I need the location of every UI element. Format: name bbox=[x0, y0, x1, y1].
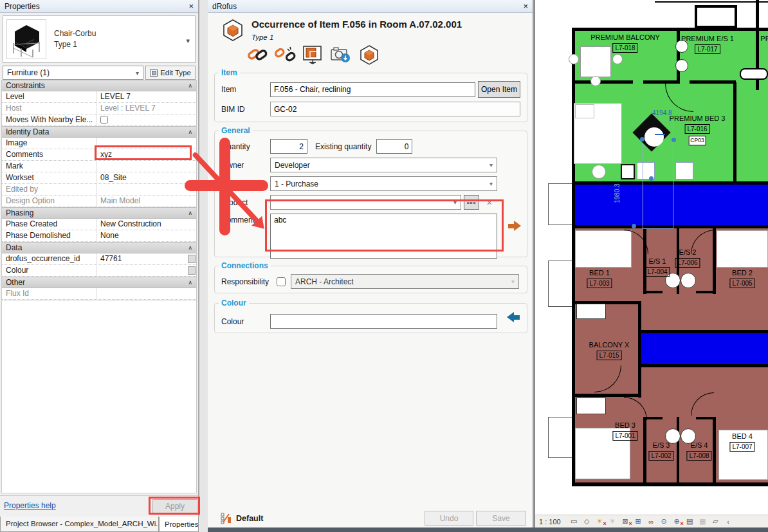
comment-textarea[interactable]: abc bbox=[270, 214, 497, 259]
chevron-left-icon[interactable]: ‹ bbox=[724, 518, 733, 526]
comment-label: Comment bbox=[221, 216, 270, 225]
link-icon[interactable] bbox=[246, 45, 268, 64]
row-design-option: Design Option Main Model bbox=[2, 196, 196, 207]
edit-type-icon bbox=[150, 69, 158, 77]
row-phase-demolished: Phase Demolished None bbox=[2, 230, 196, 242]
selection-handle[interactable] bbox=[632, 224, 636, 228]
scale-control[interactable]: 1 : 100 bbox=[539, 518, 561, 526]
product-browse-button[interactable]: ▫▫▫ bbox=[464, 195, 479, 210]
show-crop-region-icon[interactable]: ⊞ bbox=[634, 517, 643, 526]
room-label: BED 2L7-005 bbox=[729, 269, 754, 288]
tab-properties[interactable]: Properties bbox=[159, 517, 199, 532]
floor-plan-view[interactable]: 4194.8 1980.3 PREMIUM BALCONYL7-018 PREM… bbox=[534, 0, 768, 515]
undo-button[interactable]: Undo bbox=[425, 511, 473, 526]
selection-handle[interactable] bbox=[640, 137, 645, 142]
type-selector[interactable]: Chair-Corbu Type 1 ▾ bbox=[3, 15, 196, 63]
external-balcony bbox=[548, 261, 572, 307]
section-other[interactable]: Other∧ bbox=[2, 277, 196, 288]
moves-with-nearby-checkbox[interactable] bbox=[100, 116, 108, 124]
item-section: Item Item Open Item BIM ID bbox=[214, 68, 527, 122]
section-identity-data[interactable]: Identity Data∧ bbox=[2, 126, 196, 138]
collapse-icon: ∧ bbox=[188, 244, 192, 251]
analytical-model-icon[interactable]: ▦ bbox=[698, 517, 708, 526]
bim-id-input[interactable] bbox=[270, 102, 520, 116]
close-icon[interactable]: × bbox=[523, 1, 528, 11]
room-label: PREMIUM E/S 1L7-017 bbox=[681, 35, 734, 54]
bim-object-icon[interactable] bbox=[358, 44, 380, 65]
drofus-titlebar[interactable]: dRofus × bbox=[208, 0, 533, 13]
element-filter-select[interactable]: Furniture (1) bbox=[3, 66, 143, 80]
properties-title: Properties bbox=[5, 2, 40, 11]
dimension-text-vertical: 1980.3 bbox=[614, 183, 621, 203]
room-label: PREMIUM BED 3L7-016CP03 bbox=[670, 115, 726, 145]
bathtub bbox=[740, 68, 768, 80]
chair-thumbnail bbox=[6, 19, 46, 59]
properties-footer: Properties help Apply bbox=[0, 495, 198, 517]
occurrence-subtitle: Type 1 bbox=[251, 33, 273, 41]
close-icon[interactable]: × bbox=[188, 1, 194, 11]
reveal-constraints-icon[interactable]: ▱ bbox=[711, 517, 720, 526]
open-item-button[interactable]: Open Item bbox=[478, 81, 520, 98]
crop-view-icon[interactable]: ⊠× bbox=[621, 517, 630, 526]
bed bbox=[717, 230, 768, 268]
corridor-lower bbox=[639, 333, 768, 364]
priority-select[interactable]: 1 - Purchase bbox=[270, 176, 497, 191]
shadows-icon[interactable]: ☀ bbox=[608, 517, 617, 526]
collapse-icon: ∧ bbox=[188, 129, 192, 135]
balcony-chair bbox=[569, 54, 579, 64]
browse-button[interactable] bbox=[188, 255, 196, 263]
product-clear-button[interactable]: × bbox=[482, 195, 497, 210]
dimension-tick bbox=[655, 134, 665, 135]
external-balcony bbox=[548, 183, 572, 225]
chair-seat bbox=[645, 127, 664, 147]
browse-button[interactable] bbox=[188, 266, 196, 275]
toilet bbox=[675, 59, 688, 72]
responsibility-checkbox[interactable] bbox=[277, 277, 286, 286]
connections-section: Connections Responsibility ARCH - Archit… bbox=[214, 261, 527, 293]
temporary-hide-isolate-icon[interactable]: ∞ bbox=[646, 518, 656, 526]
show-in-model-icon[interactable] bbox=[302, 44, 324, 66]
bim-id-label: BIM ID bbox=[221, 105, 270, 114]
edit-type-button[interactable]: Edit Type bbox=[145, 66, 196, 80]
sun-path-icon[interactable]: ☀× bbox=[595, 517, 605, 526]
responsibility-select: ARCH - Architect bbox=[291, 274, 519, 289]
owner-select[interactable]: Developer bbox=[270, 158, 497, 172]
reveal-hidden-icon[interactable]: ⊙ bbox=[659, 517, 669, 526]
save-button[interactable]: Save bbox=[476, 511, 526, 526]
visual-style-icon[interactable]: ▭ bbox=[569, 517, 579, 526]
quantity-input[interactable] bbox=[270, 139, 307, 154]
section-data[interactable]: Data∧ bbox=[2, 242, 196, 253]
colour-input[interactable] bbox=[270, 314, 497, 329]
worksharing-display-icon[interactable]: ⊕× bbox=[672, 517, 682, 526]
row-colour: Colour bbox=[2, 265, 196, 277]
existing-quantity-label: Existing quantity bbox=[315, 142, 371, 151]
tab-project-browser[interactable]: Project Browser - Complex_Model_ARCH_Wi.… bbox=[0, 517, 159, 532]
item-input[interactable] bbox=[270, 82, 475, 97]
apply-button[interactable]: Apply bbox=[152, 499, 197, 513]
row-mark: Mark bbox=[2, 161, 196, 172]
sync-right-arrow-icon bbox=[508, 221, 521, 231]
detail-level-icon[interactable]: ◇ bbox=[582, 517, 592, 526]
drofus-title: dRofus bbox=[212, 2, 237, 11]
section-phasing[interactable]: Phasing∧ bbox=[2, 207, 196, 219]
wardrobe bbox=[576, 398, 606, 414]
pull-left-arrow-icon bbox=[507, 312, 520, 322]
view-control-bar: 1 : 100 ▭ ◇ ☀× ☀ ⊠× ⊞ ∞ ⊙ ⊕× ▤ ▦ ▱ ‹ bbox=[534, 515, 768, 527]
properties-titlebar[interactable]: Properties × bbox=[0, 0, 198, 13]
toilet bbox=[681, 273, 696, 288]
collapse-icon: ∧ bbox=[188, 210, 192, 216]
properties-help-link[interactable]: Properties help bbox=[4, 501, 56, 510]
temporary-view-properties-icon[interactable]: ▤ bbox=[685, 517, 695, 526]
priority-label: Priority bbox=[221, 179, 270, 188]
selection-handle[interactable] bbox=[649, 176, 654, 181]
existing-quantity-input[interactable] bbox=[376, 139, 412, 154]
stool bbox=[675, 162, 693, 179]
room-label: BALCONY XL7-015 bbox=[589, 341, 630, 360]
tag-cp03: CP03 bbox=[688, 136, 706, 145]
drofus-panel: dRofus × Occurrence of Item F.056 in Roo… bbox=[208, 0, 534, 527]
chevron-down-icon[interactable]: ▾ bbox=[186, 37, 190, 45]
section-constraints[interactable]: Constraints∧ bbox=[2, 80, 196, 91]
product-select[interactable] bbox=[270, 195, 461, 210]
camera-sync-icon[interactable] bbox=[330, 45, 352, 64]
unlink-icon[interactable] bbox=[275, 45, 297, 64]
